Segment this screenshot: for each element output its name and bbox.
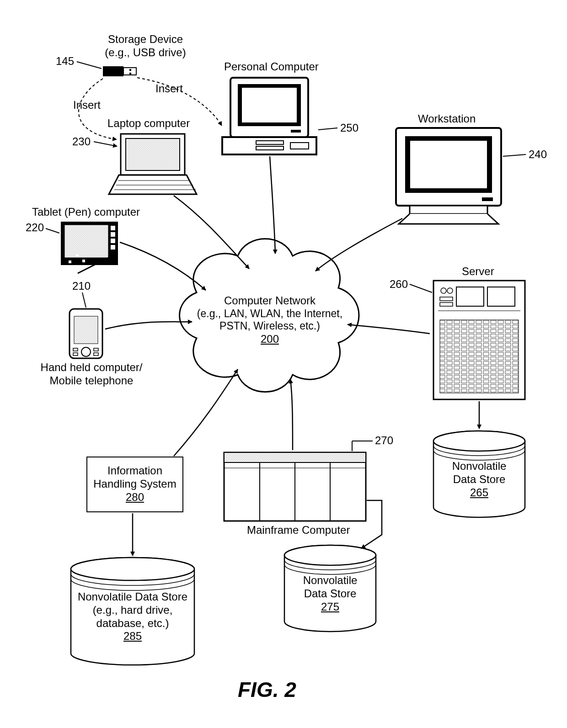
usb-drive-icon bbox=[103, 66, 136, 76]
svg-rect-62 bbox=[224, 452, 366, 462]
svg-rect-7 bbox=[129, 69, 131, 71]
svg-rect-41 bbox=[76, 265, 79, 268]
tablet-label: Tablet (Pen) computer bbox=[32, 206, 140, 219]
network-subtitle: (e.g., LAN, WLAN, the Internet,PSTN, Wir… bbox=[197, 308, 343, 333]
ihs-text: InformationHandling System bbox=[87, 464, 183, 491]
handheld-label: Hand held computer/Mobile telephone bbox=[32, 361, 151, 388]
pc-label: Personal Computer bbox=[224, 60, 319, 74]
svg-rect-8 bbox=[129, 73, 131, 74]
datastore-285-text: Nonvolatile Data Store(e.g., hard drive,… bbox=[71, 590, 194, 630]
svg-point-74 bbox=[71, 558, 194, 580]
datastore-265-label: NonvolatileData Store 265 bbox=[433, 460, 525, 499]
server-icon bbox=[433, 281, 525, 399]
ihs-label: InformationHandling System 280 bbox=[87, 464, 183, 504]
handheld-icon bbox=[70, 309, 102, 358]
svg-rect-34 bbox=[111, 232, 115, 237]
insert-left-label: Insert bbox=[73, 99, 101, 112]
laptop-icon bbox=[109, 134, 197, 194]
svg-rect-28 bbox=[482, 197, 493, 201]
svg-line-24 bbox=[318, 128, 337, 130]
ref-280: 280 bbox=[87, 491, 183, 504]
svg-line-60 bbox=[410, 284, 432, 292]
network-title: Computer Network bbox=[197, 294, 343, 308]
datastore-275-label: NonvolatileData Store 275 bbox=[284, 574, 376, 613]
ref-240: 240 bbox=[529, 148, 547, 161]
insert-right-label: Insert bbox=[155, 82, 183, 96]
handheld-text: Hand held computer/Mobile telephone bbox=[41, 361, 143, 387]
svg-rect-40 bbox=[76, 254, 79, 257]
ref-230: 230 bbox=[72, 135, 91, 148]
svg-line-50 bbox=[82, 292, 86, 308]
svg-rect-38 bbox=[69, 260, 71, 263]
figure-caption: FIG. 2 bbox=[238, 677, 296, 702]
svg-rect-19 bbox=[291, 130, 301, 133]
svg-rect-29 bbox=[410, 206, 487, 214]
svg-rect-36 bbox=[111, 245, 115, 250]
ref-210: 210 bbox=[72, 280, 91, 292]
ref-270: 270 bbox=[375, 434, 393, 447]
pc-icon bbox=[222, 78, 316, 154]
server-label: Server bbox=[462, 265, 494, 278]
svg-rect-44 bbox=[74, 316, 98, 344]
svg-rect-35 bbox=[111, 239, 115, 243]
svg-rect-5 bbox=[103, 66, 123, 76]
workstation-label: Workstation bbox=[418, 112, 476, 126]
datastore-285-label: Nonvolatile Data Store(e.g., hard drive,… bbox=[71, 590, 194, 643]
datastore-265-text: NonvolatileData Store bbox=[433, 460, 525, 486]
datastore-275-text: NonvolatileData Store bbox=[284, 574, 376, 600]
ref-220: 220 bbox=[26, 221, 44, 234]
svg-line-42 bbox=[46, 228, 59, 233]
svg-rect-59 bbox=[440, 320, 519, 393]
ref-285: 285 bbox=[71, 630, 194, 643]
diagram-canvas: Storage Device(e.g., USB drive) 145 Inse… bbox=[0, 0, 567, 728]
ref-145: 145 bbox=[56, 55, 74, 68]
storage-device-label: Storage Device(e.g., USB drive) bbox=[86, 33, 205, 59]
svg-line-15 bbox=[94, 142, 117, 146]
svg-line-30 bbox=[503, 154, 526, 156]
svg-rect-27 bbox=[410, 141, 487, 188]
ref-260: 260 bbox=[390, 278, 408, 291]
mainframe-label: Mainframe Computer bbox=[247, 524, 350, 537]
ref-265: 265 bbox=[433, 486, 525, 500]
svg-rect-11 bbox=[126, 138, 180, 170]
svg-rect-18 bbox=[242, 88, 297, 122]
svg-rect-39 bbox=[82, 260, 85, 262]
storage-device-text: Storage Device(e.g., USB drive) bbox=[105, 33, 186, 58]
network-label: Computer Network (e.g., LAN, WLAN, the I… bbox=[197, 294, 343, 346]
svg-rect-33 bbox=[111, 226, 115, 230]
tablet-icon bbox=[61, 222, 118, 273]
svg-rect-32 bbox=[64, 225, 108, 258]
ref-275: 275 bbox=[284, 600, 376, 614]
laptop-label: Laptop computer bbox=[107, 117, 190, 130]
svg-line-9 bbox=[77, 62, 102, 69]
ref-200: 200 bbox=[197, 333, 343, 346]
svg-point-70 bbox=[433, 431, 525, 451]
workstation-icon bbox=[396, 128, 501, 224]
mainframe-icon bbox=[224, 452, 366, 521]
ref-250: 250 bbox=[340, 122, 358, 134]
